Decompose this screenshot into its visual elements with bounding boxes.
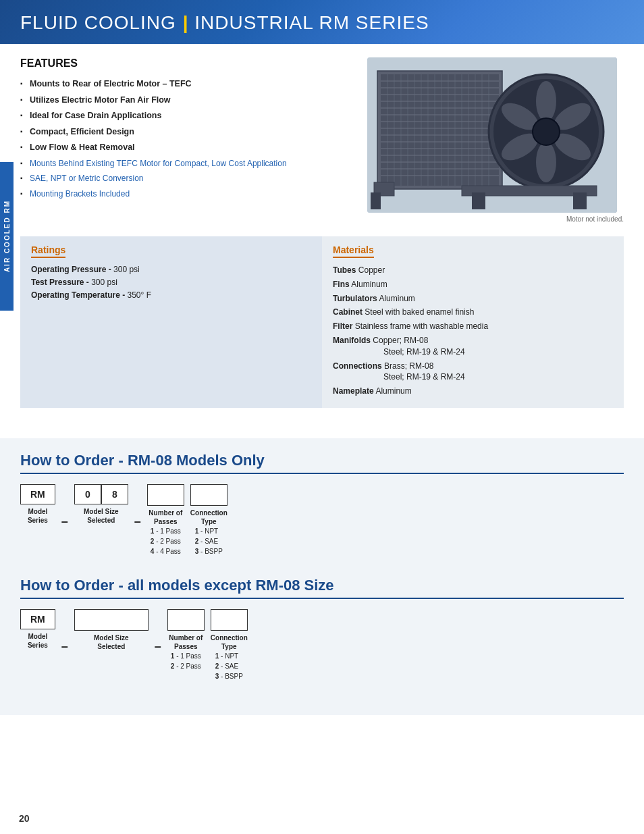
rm08-dash-1: – bbox=[59, 512, 71, 529]
ratings-row-1: Operating Pressure - 300 psi bbox=[31, 265, 311, 274]
rm08-passes-label: Number ofPasses bbox=[149, 509, 182, 526]
page-title: FLUID COOLING | Industrial RM Series bbox=[20, 9, 429, 34]
ratings-value-1: 300 psi bbox=[113, 265, 140, 274]
materials-row-tubes: Tubes Copper bbox=[333, 265, 613, 276]
rm08-connection-label: ConnectionType bbox=[190, 509, 227, 526]
ratings-label-2: Test Pressure - bbox=[31, 278, 89, 287]
svg-point-41 bbox=[536, 142, 556, 182]
order-rm08-section: How to Order - RM-08 Models Only RM Mode… bbox=[20, 452, 624, 556]
bottom-section: How to Order - RM-08 Models Only RM Mode… bbox=[0, 438, 644, 715]
materials-value-connections: Brass; RM-08 bbox=[384, 361, 433, 371]
all-model-size-label: Model SizeSelected bbox=[94, 633, 129, 651]
feature-item-1: Mounts to Rear of Electric Motor – TEFC bbox=[20, 76, 354, 93]
rm08-size-val2: 8 bbox=[112, 489, 117, 500]
materials-label-turbulators: Turbulators bbox=[333, 294, 377, 303]
order-all-section: How to Order - all models except RM-08 S… bbox=[20, 577, 624, 681]
materials-row-manifolds: Manifolds Copper; RM-08 Steel; RM-19 & R… bbox=[333, 335, 613, 358]
features-right: Motor not included. bbox=[367, 57, 624, 223]
side-tab-text: AIR COOLED RM bbox=[3, 200, 11, 272]
all-passes-label: Number ofPasses bbox=[169, 633, 203, 651]
all-connection-box bbox=[211, 609, 248, 631]
rm08-passes-box bbox=[147, 484, 184, 506]
main-content: FEATURES Mounts to Rear of Electric Moto… bbox=[0, 44, 644, 438]
side-tab: AIR COOLED RM bbox=[0, 162, 14, 311]
materials-label-connections: Connections bbox=[333, 361, 382, 371]
materials-label-tubes: Tubes bbox=[333, 265, 356, 275]
title-bold: FLUID COOLING bbox=[20, 12, 176, 33]
all-passes-items: 1 - 1 Pass 2 - 2 Pass bbox=[171, 651, 201, 671]
materials-row-fins: Fins Aluminum bbox=[333, 279, 613, 290]
ratings-column: Ratings Operating Pressure - 300 psi Tes… bbox=[20, 236, 322, 408]
materials-row-cabinet: Cabinet Steel with baked enamel finish bbox=[333, 307, 613, 318]
materials-row-turbulators: Turbulators Aluminum bbox=[333, 293, 613, 305]
feature-item-6: Mounts Behind Existing TEFC Motor for Co… bbox=[20, 156, 354, 172]
materials-value-filter: Stainless frame with washable media bbox=[355, 321, 488, 331]
feature-item-4: Compact, Efficient Design bbox=[20, 124, 354, 140]
rm08-model-series-group: RM ModelSeries bbox=[20, 484, 55, 525]
ratings-row-2: Test Pressure - 300 psi bbox=[31, 278, 311, 287]
all-connection-items: 1 - NPT 2 - SAE 3 - BSPP bbox=[215, 651, 243, 681]
rm08-connection-box bbox=[190, 484, 227, 506]
page-header: FLUID COOLING | Industrial RM Series bbox=[0, 0, 644, 44]
svg-rect-35 bbox=[371, 192, 381, 209]
order-all-title: How to Order - all models except RM-08 S… bbox=[20, 577, 624, 594]
materials-column: Materials Tubes Copper Fins Aluminum Tur… bbox=[322, 236, 624, 408]
all-dash-1: – bbox=[59, 637, 71, 654]
all-model-series-label: ModelSeries bbox=[28, 632, 48, 650]
ratings-label-1: Operating Pressure - bbox=[31, 265, 111, 274]
ratings-value-3: 350° F bbox=[127, 290, 151, 300]
rm08-connection-group: ConnectionType 1 - NPT 2 - SAE 3 - BSPP bbox=[190, 484, 227, 556]
page-number: 20 bbox=[19, 813, 30, 824]
svg-point-38 bbox=[536, 81, 556, 122]
materials-row-filter: Filter Stainless frame with washable med… bbox=[333, 321, 613, 332]
ratings-row-3: Operating Temperature - 350° F bbox=[31, 290, 311, 300]
materials-value-manifolds: Copper; RM-08 bbox=[373, 336, 428, 345]
rm08-passes-group: Number ofPasses 1 - 1 Pass 2 - 2 Pass 4 … bbox=[147, 484, 184, 556]
title-normal: Industrial RM Series bbox=[194, 12, 429, 33]
all-connection-group: ConnectionType 1 - NPT 2 - SAE 3 - BSPP bbox=[211, 609, 248, 681]
materials-label-fins: Fins bbox=[333, 280, 350, 289]
order-rm08-diagram: RM ModelSeries – 0 8 Model SizeSelected … bbox=[20, 484, 624, 556]
features-section: FEATURES Mounts to Rear of Electric Moto… bbox=[20, 57, 624, 223]
all-dash-2: – bbox=[152, 637, 164, 654]
feature-item-5: Low Flow & Heat Removal bbox=[20, 140, 354, 156]
all-model-size-box bbox=[74, 609, 149, 631]
materials-value-tubes: Copper bbox=[358, 265, 385, 275]
product-image bbox=[367, 57, 617, 213]
materials-manifolds-indent: Steel; RM-19 & RM-24 bbox=[333, 346, 613, 358]
svg-point-44 bbox=[533, 118, 560, 145]
all-passes-group: Number ofPasses 1 - 1 Pass 2 - 2 Pass bbox=[167, 609, 205, 671]
rm08-model-size-boxes: 0 8 bbox=[74, 484, 128, 504]
rm08-connection-items: 1 - NPT 2 - SAE 3 - BSPP bbox=[195, 526, 223, 556]
ratings-header: Ratings bbox=[31, 244, 65, 258]
rm08-passes-items: 1 - 1 Pass 2 - 2 Pass 4 - 4 Pass bbox=[151, 526, 181, 556]
motor-note: Motor not included. bbox=[367, 215, 624, 223]
rm08-model-size-label: Model SizeSelected bbox=[84, 507, 119, 525]
materials-label-nameplate: Nameplate bbox=[333, 386, 374, 396]
materials-value-fins: Aluminum bbox=[351, 280, 387, 289]
all-model-series-group: RM ModelSeries bbox=[20, 609, 55, 650]
rm08-model-size-group: 0 8 Model SizeSelected bbox=[74, 484, 128, 525]
materials-header: Materials bbox=[333, 244, 374, 258]
materials-row-connections: Connections Brass; RM-08 Steel; RM-19 & … bbox=[333, 361, 613, 384]
materials-connections-indent: Steel; RM-19 & RM-24 bbox=[333, 371, 613, 383]
feature-item-2: Utilizes Electric Motor Fan Air Flow bbox=[20, 93, 354, 109]
feature-item-3: Ideal for Case Drain Applications bbox=[20, 108, 354, 124]
title-separator: | bbox=[183, 12, 195, 33]
materials-value-turbulators: Aluminum bbox=[379, 294, 414, 303]
svg-rect-47 bbox=[573, 192, 587, 209]
materials-value-nameplate: Aluminum bbox=[375, 386, 411, 396]
ratings-value-2: 300 psi bbox=[91, 278, 117, 287]
materials-label-filter: Filter bbox=[333, 321, 352, 331]
all-model-size-group: Model SizeSelected bbox=[74, 609, 149, 651]
features-left: FEATURES Mounts to Rear of Electric Moto… bbox=[20, 57, 354, 223]
features-title: FEATURES bbox=[20, 57, 354, 70]
ratings-materials-section: Ratings Operating Pressure - 300 psi Tes… bbox=[20, 236, 624, 408]
feature-item-8: Mounting Brackets Included bbox=[20, 186, 354, 202]
feature-item-7: SAE, NPT or Metric Conversion bbox=[20, 171, 354, 186]
all-model-series-value: RM bbox=[30, 614, 45, 625]
order-rm08-title: How to Order - RM-08 Models Only bbox=[20, 452, 624, 469]
materials-row-nameplate: Nameplate Aluminum bbox=[333, 386, 613, 397]
rm08-size-box-0: 0 bbox=[74, 484, 101, 504]
rm08-dash-2: – bbox=[132, 512, 144, 529]
